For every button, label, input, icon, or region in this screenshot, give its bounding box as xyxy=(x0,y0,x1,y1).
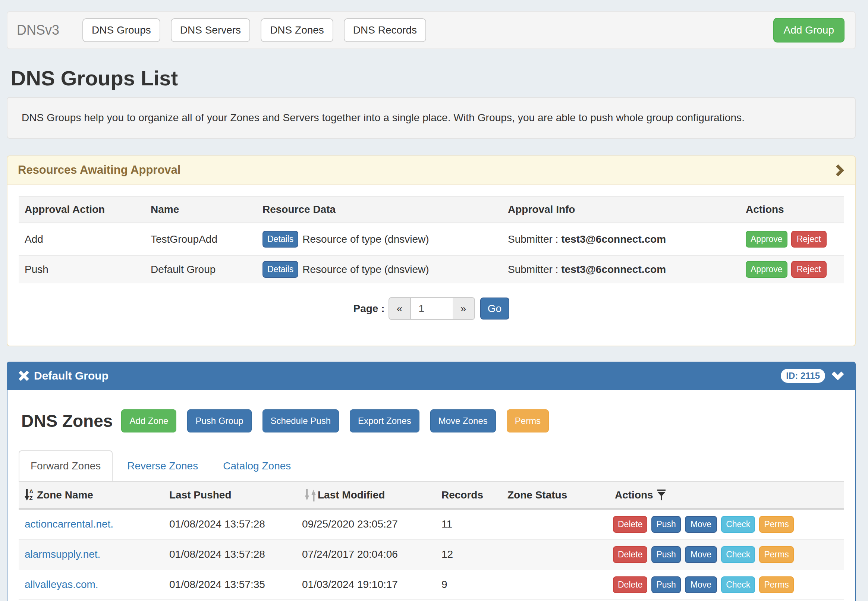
svg-text:A: A xyxy=(29,489,34,494)
svg-text:Z: Z xyxy=(29,495,33,501)
